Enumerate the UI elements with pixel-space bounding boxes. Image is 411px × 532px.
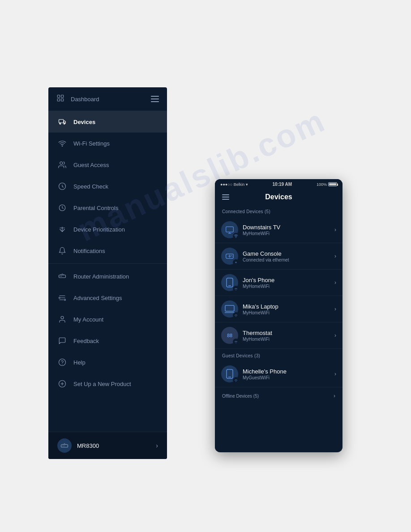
svg-rect-3 [61, 99, 64, 101]
tv-chevron-icon: › [334, 227, 336, 233]
sidebar-item-notifications[interactable]: Notifications [48, 240, 167, 262]
svg-point-47 [236, 343, 236, 343]
connected-section-header: Connected Devices (5) [215, 205, 342, 217]
svg-point-50 [236, 381, 236, 382]
carrier-info: ●●●○○ Belkin ▾ [220, 182, 248, 187]
hamburger-menu[interactable] [151, 96, 159, 102]
svg-rect-32 [226, 227, 234, 232]
router-row[interactable]: MR8300 › [48, 432, 167, 459]
console-name: Game Console [243, 250, 334, 257]
sidebar-item-router-admin[interactable]: Router Administration [48, 266, 167, 287]
device-item-thermostat[interactable]: 88 Thermostat MyHomeWiFi › [215, 322, 342, 349]
laptop-info: Mika's Laptop MyHomeWiFi [243, 303, 334, 315]
offline-row[interactable]: Offline Devices (5) › [215, 387, 342, 404]
sidebar-item-new-product[interactable]: Set Up a New Product [48, 373, 167, 395]
add-icon [57, 379, 67, 389]
guest-icon [57, 160, 67, 170]
laptop-name: Mika's Laptop [243, 303, 334, 310]
mobile-content: Connected Devices (5) Downstairs TV MyHo… [215, 205, 342, 451]
svg-point-30 [63, 446, 64, 446]
router-name: MR8300 [77, 442, 156, 449]
sidebar-item-devices[interactable]: Devices [48, 111, 167, 133]
sidebar-item-advanced[interactable]: Advanced Settings [48, 287, 167, 309]
svg-rect-2 [57, 99, 60, 101]
laptop-wifi-dot [233, 312, 239, 318]
parental-icon [57, 203, 67, 213]
guest-section-header: Guest Devices (3) [215, 349, 342, 361]
battery-percent: 100% [317, 182, 327, 187]
svg-rect-1 [61, 95, 64, 97]
device-item-jon-phone[interactable]: Jon's Phone MyHomeWiFi › [215, 270, 342, 296]
tv-network: MyHomeWiFi [243, 231, 334, 236]
laptop-network: MyHomeWiFi [243, 310, 334, 315]
offline-section-label: Offline Devices (5) [222, 394, 259, 399]
help-icon [57, 357, 67, 367]
svg-point-22 [64, 299, 66, 300]
tv-name: Downstairs TV [243, 224, 334, 231]
sidebar-item-feedback[interactable]: Feedback [48, 330, 167, 352]
sidebar-item-account[interactable]: My Account [48, 309, 167, 330]
jon-phone-info: Jon's Phone MyHomeWiFi [243, 277, 334, 289]
time-display: 10:19 AM [273, 182, 292, 187]
router-admin-icon [57, 271, 67, 281]
device-item-console[interactable]: Game Console Connected via ethernet › [215, 243, 342, 270]
svg-point-7 [62, 146, 63, 146]
sidebar-new-product-label: Set Up a New Product [73, 381, 131, 387]
svg-point-16 [60, 276, 61, 277]
sidebar-item-speed[interactable]: Speed Check [48, 176, 167, 197]
carrier-text: ●●●○○ Belkin ▾ [220, 182, 248, 187]
sidebar-speed-label: Speed Check [73, 183, 108, 190]
device-item-tv[interactable]: Downstairs TV MyHomeWiFi › [215, 217, 342, 243]
priority-icon [57, 224, 67, 234]
svg-point-5 [60, 123, 60, 124]
account-icon [57, 314, 67, 324]
svg-point-31 [64, 446, 65, 446]
sidebar-item-priority[interactable]: Device Prioritization [48, 219, 167, 240]
thermostat-info: Thermostat MyHomeWiFi [243, 330, 334, 342]
sidebar-item-help[interactable]: Help [48, 352, 167, 373]
svg-point-6 [64, 123, 64, 124]
thermostat-chevron-icon: › [334, 332, 336, 339]
svg-point-39 [231, 255, 232, 256]
console-info: Game Console Connected via ethernet [243, 250, 334, 262]
tv-avatar [221, 221, 238, 238]
svg-point-17 [61, 276, 62, 277]
sidebar-devices-label: Devices [73, 119, 95, 125]
svg-point-23 [61, 316, 64, 319]
sidebar-account-label: My Account [73, 316, 103, 323]
sidebar-item-guest[interactable]: Guest Access [48, 154, 167, 176]
laptop-chevron-icon: › [334, 306, 336, 312]
svg-point-46 [236, 316, 236, 317]
feedback-icon [57, 336, 67, 346]
thermostat-network: MyHomeWiFi [243, 337, 334, 342]
michelle-phone-network: MyGuestWiFi [243, 375, 334, 380]
mobile-hamburger[interactable] [222, 194, 229, 200]
thermostat-name: Thermostat [243, 330, 334, 336]
console-network: Connected via ethernet [243, 257, 334, 262]
thermostat-wifi-dot [233, 339, 239, 345]
sidebar-item-wifi[interactable]: Wi-Fi Settings [48, 133, 167, 154]
michelle-phone-info: Michelle's Phone MyGuestWiFi [243, 368, 334, 380]
svg-point-21 [59, 297, 60, 299]
sidebar-priority-label: Device Prioritization [73, 226, 125, 233]
status-bar: ●●●○○ Belkin ▾ 10:19 AM 100% [215, 179, 342, 189]
svg-rect-44 [225, 305, 234, 311]
device-item-michelle-phone[interactable]: Michelle's Phone MyGuestWiFi › [215, 361, 342, 387]
wifi-icon [57, 138, 67, 148]
battery-bar-icon [328, 182, 337, 186]
svg-point-43 [236, 290, 236, 290]
tv-wifi-dot [233, 233, 239, 239]
sidebar-wifi-label: Wi-Fi Settings [73, 140, 110, 147]
svg-point-40 [232, 256, 233, 257]
sidebar-item-parental[interactable]: Parental Controls [48, 197, 167, 219]
svg-point-35 [236, 237, 236, 238]
device-item-laptop[interactable]: Mika's Laptop MyHomeWiFi › [215, 296, 342, 322]
jon-phone-network: MyHomeWiFi [243, 284, 334, 289]
sidebar-guest-label: Guest Access [73, 162, 109, 168]
jon-phone-chevron-icon: › [334, 279, 336, 286]
jon-phone-avatar [221, 274, 238, 291]
offline-chevron-icon: › [334, 393, 335, 399]
advanced-icon [57, 293, 67, 303]
console-avatar [221, 248, 238, 265]
sidebar-feedback-label: Feedback [73, 338, 99, 344]
